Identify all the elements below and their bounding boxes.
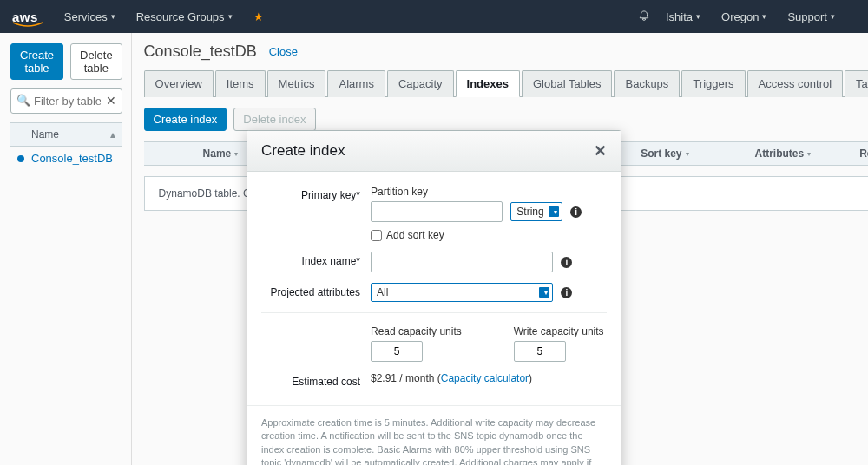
add-sort-key-label: Add sort key	[386, 229, 444, 241]
capacity-spacer	[261, 322, 371, 325]
chevron-down-icon: ▾	[554, 208, 557, 216]
projected-value: All	[377, 286, 388, 298]
read-capacity-input[interactable]	[371, 341, 423, 362]
partition-key-input[interactable]	[371, 201, 503, 222]
partition-key-sublabel: Partition key	[371, 186, 607, 198]
estimated-cost-value: $2.91 / month (	[371, 372, 441, 384]
read-capacity-label: Read capacity units	[371, 325, 462, 337]
capacity-calculator-link[interactable]: Capacity calculator	[441, 372, 529, 384]
projected-attributes-label: Projected attributes	[261, 283, 371, 298]
partition-key-type-select[interactable]: String▾	[510, 202, 562, 221]
estimated-cost-label: Estimated cost	[261, 372, 371, 388]
modal-note: Approximate creation time is 5 minutes. …	[247, 405, 621, 465]
write-capacity-input[interactable]	[514, 341, 566, 362]
write-capacity-label: Write capacity units	[514, 325, 604, 337]
index-name-label: Index name*	[261, 252, 371, 267]
chevron-down-icon: ▾	[544, 289, 548, 297]
create-index-modal: Create index ✕ Primary key* Partition ke…	[247, 130, 621, 465]
divider	[261, 312, 607, 313]
est-cost-close-paren: )	[529, 372, 532, 384]
projected-attributes-select[interactable]: All▾	[371, 283, 553, 302]
info-icon[interactable]: i	[570, 206, 582, 218]
add-sort-key-checkbox[interactable]	[371, 230, 382, 241]
info-icon[interactable]: i	[561, 257, 572, 268]
close-icon[interactable]: ✕	[594, 141, 607, 160]
index-name-input[interactable]	[371, 252, 553, 272]
type-select-value: String	[516, 206, 543, 218]
primary-key-label: Primary key*	[261, 186, 371, 201]
modal-title: Create index	[261, 142, 594, 160]
info-icon[interactable]: i	[561, 287, 572, 298]
